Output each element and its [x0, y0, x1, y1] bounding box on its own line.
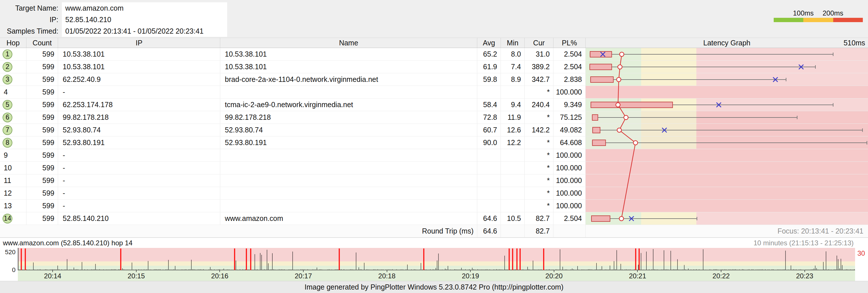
latency-graph-cell	[586, 86, 868, 98]
hop-cell: 2	[0, 61, 27, 73]
hop-number-badge: 6	[3, 112, 12, 122]
name-cell	[220, 174, 477, 187]
packet-loss-marker	[120, 249, 121, 270]
latency-zone-good	[586, 174, 641, 187]
col-header-latency-graph[interactable]: Latency Graph 510ms	[586, 38, 868, 48]
ip-cell: 62.253.174.178	[58, 99, 220, 111]
col-header-name[interactable]: Name	[220, 38, 477, 48]
legend-green-segment	[774, 18, 803, 22]
hop-row[interactable]: 759952.93.80.7452.93.80.7460.712.6142.24…	[0, 124, 868, 136]
hop-row[interactable]: 659999.82.178.21899.82.178.21872.811.9*7…	[0, 111, 868, 124]
col-header-cur[interactable]: Cur	[525, 38, 554, 48]
time-axis-tick	[387, 270, 387, 272]
min-cell: 10.5	[501, 212, 525, 225]
col-header-count[interactable]: Count	[27, 38, 58, 48]
legend-yellow-segment	[803, 18, 833, 22]
timeline-zone-caution	[18, 261, 855, 266]
latency-zone-bad	[696, 111, 868, 124]
latency-graph-cell	[586, 111, 868, 124]
name-cell: 52.93.80.74	[220, 124, 477, 136]
hop-cell: 11	[0, 174, 27, 187]
name-cell	[220, 162, 477, 174]
latency-graph-title: Latency Graph	[703, 39, 750, 47]
col-header-min[interactable]: Min	[501, 38, 525, 48]
latency-graph-cell	[586, 149, 868, 161]
min-cell: 9.4	[501, 99, 525, 111]
latency-zone-bad	[696, 136, 868, 149]
cur-cell: 240.4	[525, 99, 554, 111]
time-axis-tick	[637, 270, 638, 272]
packet-loss-marker	[250, 249, 251, 270]
hop-number-badge: 1	[3, 50, 12, 59]
hop-row[interactable]: 1459952.85.140.210www.amazon.com64.610.5…	[0, 212, 868, 225]
latency-zone-good	[586, 212, 641, 225]
hop-cell: 1	[0, 48, 27, 60]
min-cell	[501, 187, 525, 199]
hop-row[interactable]: 10599-*100.000	[0, 162, 868, 174]
ip-cell: 10.53.38.101	[58, 48, 220, 60]
latency-scale-legend: 100ms 200ms	[774, 9, 863, 26]
min-cell: 11.9	[501, 111, 525, 124]
latency-graph-cell	[586, 124, 868, 136]
samples-timed-value: 01/05/2022 20:13:41 - 01/05/2022 20:23:4…	[62, 25, 227, 37]
hop-row[interactable]: 13599-*100.000	[0, 200, 868, 212]
hop-row[interactable]: 359962.252.40.9brad-core-2a-xe-1104-0.ne…	[0, 73, 868, 86]
packet-loss-marker	[635, 249, 636, 270]
cur-cell: 342.7	[525, 73, 554, 86]
target-name-value: www.amazon.com	[62, 2, 227, 14]
packet-loss-marker	[516, 249, 518, 270]
latency-zone-caution	[641, 61, 696, 73]
legend-200ms-label: 200ms	[823, 9, 843, 17]
ip-value: 52.85.140.210	[62, 14, 227, 25]
name-cell: 10.53.38.101	[220, 61, 477, 73]
min-cell: 8.9	[501, 73, 525, 86]
hop-cell: 4	[0, 86, 27, 98]
ip-cell: -	[58, 162, 220, 174]
ip-cell: -	[58, 174, 220, 187]
packet-loss-cell: 49.082	[554, 124, 586, 136]
round-trip-row: Round Trip (ms) 64.6 82.7 Focus: 20:13:4…	[0, 225, 868, 237]
latency-zone-good	[586, 61, 641, 73]
latency-zone-bad	[696, 61, 868, 73]
time-axis-tick	[303, 270, 304, 272]
latency-zone-caution	[641, 111, 696, 124]
latency-zone-caution	[641, 48, 696, 60]
round-trip-cur: 82.7	[525, 225, 554, 237]
name-cell: tcma-ic-2-ae9-0.network.virginmedia.net	[220, 99, 477, 111]
hop-row[interactable]: 12599-*100.000	[0, 187, 868, 200]
latency-zone-bad	[696, 124, 868, 136]
col-header-hop[interactable]: Hop	[0, 38, 27, 48]
name-cell	[220, 200, 477, 212]
col-header-avg[interactable]: Avg	[477, 38, 501, 48]
time-axis-label: 20:19	[462, 272, 479, 280]
hop-cell: 8	[0, 136, 27, 149]
hop-row[interactable]: 11599-*100.000	[0, 174, 868, 187]
count-cell: 599	[27, 162, 58, 174]
hop-row[interactable]: 4599-*100.000	[0, 86, 868, 99]
packet-loss-cell: 100.000	[554, 200, 586, 212]
hop-row[interactable]: 9599-*100.000	[0, 149, 868, 162]
info-row-ip: IP: 52.85.140.210	[0, 14, 227, 25]
latency-graph-cell	[586, 212, 868, 225]
hop-row[interactable]: 559962.253.174.178tcma-ic-2-ae9-0.networ…	[0, 99, 868, 111]
hop-row[interactable]: 859952.93.80.19152.93.80.19190.012.2*64.…	[0, 136, 868, 149]
latency-zone-caution	[641, 212, 696, 225]
ip-cell: -	[58, 200, 220, 212]
legend-labels: 100ms 200ms	[774, 9, 863, 18]
latency-graph-cell	[586, 48, 868, 60]
hop-row[interactable]: 159910.53.38.10110.53.38.10165.28.031.02…	[0, 48, 868, 61]
col-header-ip[interactable]: IP	[58, 38, 220, 48]
hop-number-badge: 14	[3, 214, 12, 224]
packet-loss-cell: 2.504	[554, 48, 586, 60]
name-cell	[220, 86, 477, 98]
name-cell: www.amazon.com	[220, 212, 477, 225]
ip-cell: 62.252.40.9	[58, 73, 220, 86]
y-axis-max-label: 520	[0, 249, 16, 256]
ip-cell: -	[58, 86, 220, 98]
hop-row[interactable]: 259910.53.38.10110.53.38.10161.97.4389.2…	[0, 61, 868, 73]
ip-cell: 52.85.140.210	[58, 212, 220, 225]
count-cell: 599	[27, 73, 58, 86]
col-header-pl[interactable]: PL%	[554, 38, 586, 48]
avg-cell	[477, 86, 501, 98]
timeline-plot[interactable]: 20:1420:1520:1620:1720:1820:1920:2020:21…	[18, 248, 855, 281]
